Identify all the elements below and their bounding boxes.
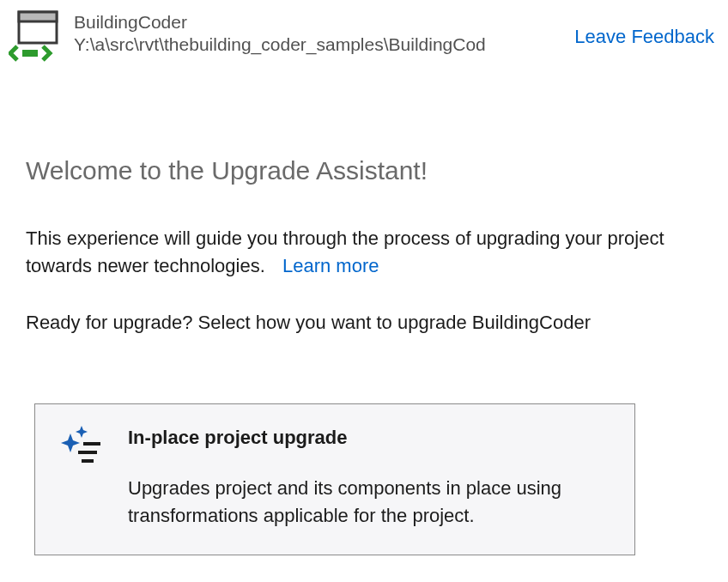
- svg-rect-5: [82, 459, 94, 463]
- intro-paragraph: This experience will guide you through t…: [26, 225, 702, 280]
- learn-more-link[interactable]: Learn more: [282, 255, 379, 276]
- option-description: Upgrades project and its components in p…: [128, 475, 610, 530]
- leave-feedback-link[interactable]: Leave Feedback: [574, 10, 719, 48]
- option-card-body: In-place project upgrade Upgrades projec…: [128, 425, 610, 530]
- project-path: Y:\a\src\rvt\thebuilding_coder_samples\B…: [74, 34, 537, 55]
- welcome-title: Welcome to the Upgrade Assistant!: [26, 156, 702, 185]
- ready-prompt: Ready for upgrade? Select how you want t…: [26, 309, 702, 336]
- svg-rect-1: [19, 12, 57, 21]
- svg-rect-2: [22, 50, 38, 57]
- project-info: BuildingCoder Y:\a\src\rvt\thebuilding_c…: [74, 10, 561, 55]
- sparkle-list-icon: [59, 425, 107, 473]
- project-code-icon: [9, 10, 60, 62]
- project-name: BuildingCoder: [74, 12, 561, 33]
- option-title: In-place project upgrade: [128, 427, 610, 449]
- svg-rect-4: [78, 451, 97, 454]
- svg-rect-3: [83, 442, 100, 446]
- main-content: Welcome to the Upgrade Assistant! This e…: [0, 62, 728, 336]
- header-bar: BuildingCoder Y:\a\src\rvt\thebuilding_c…: [0, 0, 728, 62]
- upgrade-option-inplace[interactable]: In-place project upgrade Upgrades projec…: [34, 403, 635, 556]
